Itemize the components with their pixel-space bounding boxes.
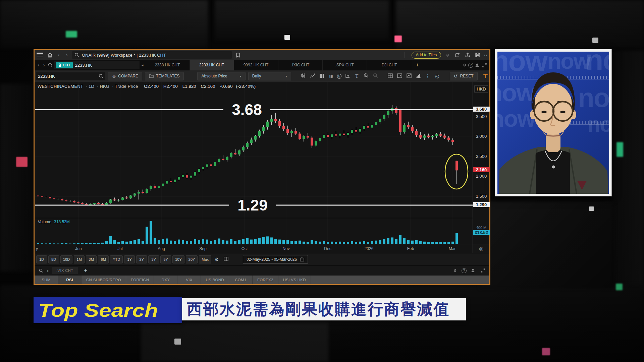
reset-button[interactable]: ↺ RESET — [450, 72, 478, 80]
upload-icon[interactable] — [464, 51, 471, 59]
compare-button[interactable]: ⊕ COMPARE — [108, 72, 142, 80]
range-5d[interactable]: 5D — [48, 255, 59, 263]
trend-line-icon[interactable] — [309, 73, 316, 79]
home-icon[interactable] — [46, 51, 53, 59]
add-study-button[interactable]: + — [80, 267, 90, 274]
symbol-search-input[interactable]: 2233.HK — [36, 72, 105, 80]
share-link-icon[interactable] — [451, 267, 459, 274]
date-range-picker[interactable]: 02-May-2025 - 05-Mar-2026 — [243, 255, 308, 264]
range-ytd[interactable]: YTD — [110, 255, 123, 263]
person-icon[interactable] — [473, 61, 481, 69]
zoom-in-icon[interactable] — [363, 73, 370, 79]
range-max[interactable]: Max — [199, 255, 211, 263]
expand-icon[interactable] — [479, 267, 487, 274]
text-tool-icon[interactable]: T — [354, 73, 360, 79]
tab-symbol-field[interactable]: CHT 2233.HK — [54, 61, 140, 69]
study-tab-dxy[interactable]: DXY — [154, 276, 177, 284]
link-icon[interactable] — [444, 51, 451, 59]
x-axis-label: Feb — [405, 246, 417, 251]
study-tab-com1[interactable]: COM1 — [229, 276, 253, 284]
record-icon[interactable]: ◎ — [434, 73, 440, 79]
chart-tab-2338[interactable]: 2338.HK CHT — [146, 60, 190, 70]
range-10y[interactable]: 10Y — [172, 255, 184, 263]
panel-toggle-icon[interactable] — [222, 256, 230, 262]
range-1m[interactable]: 1M — [74, 255, 85, 263]
chart-tab-ixic[interactable]: .IXIC CHT — [278, 60, 323, 70]
save-icon[interactable] — [474, 51, 481, 59]
search-icon[interactable] — [37, 267, 45, 274]
search-icon — [74, 52, 79, 58]
price-axis[interactable]: HKD 400 M 318.52 3.6803.5003.0002.5002.1… — [473, 82, 489, 244]
add-to-tiles-button[interactable]: Add to Tiles — [412, 52, 441, 59]
chart-tab-9992[interactable]: 9992.HK CHT — [234, 60, 278, 70]
study-tab-foreign[interactable]: FOREIGN — [126, 276, 154, 284]
linked-channel-badge[interactable]: CHT — [56, 62, 73, 68]
person-icon[interactable] — [469, 267, 477, 274]
study-tab-cn-shibor[interactable]: CN SHIBOR/REPO — [82, 276, 126, 284]
tab-overflow-icon[interactable]: ◂ — [140, 63, 146, 67]
add-panel-icon[interactable] — [396, 73, 403, 79]
volume-plot-svg[interactable] — [35, 218, 473, 244]
range-20y[interactable]: 20Y — [186, 255, 198, 263]
interval-dropdown[interactable]: Daily ▾ — [248, 72, 291, 80]
expand-icon[interactable] — [481, 61, 488, 69]
study-tab-hsi-hkd[interactable]: HSI VS HKD — [278, 276, 311, 284]
help-icon[interactable]: ? — [462, 268, 467, 273]
price-plot-svg[interactable]: 3.681.29 — [35, 82, 473, 218]
chart-tab-spx[interactable]: .SPX CHT — [323, 60, 367, 70]
forward-arrow-icon[interactable]: › — [64, 52, 69, 58]
study-tab-forex2[interactable]: FOREX2 — [253, 276, 278, 284]
annotation-flag-icon[interactable]: ⊤ — [483, 73, 488, 80]
range-2y[interactable]: 2Y — [136, 255, 147, 263]
range-5y[interactable]: 5Y — [160, 255, 171, 263]
help-icon[interactable]: ? — [468, 63, 473, 68]
snapshot-icon[interactable] — [406, 73, 413, 79]
time-axis[interactable]: yJunJulAugSepOctNovDec2026FebMar — [35, 244, 473, 253]
bookmark-icon[interactable] — [234, 51, 242, 59]
x-axis-label: Jul — [114, 246, 126, 251]
study-tab-usbond[interactable]: US BOND — [201, 276, 229, 284]
x-axis-label: Oct — [238, 246, 251, 251]
study-tab-rsi[interactable]: RSI — [58, 276, 82, 284]
search-icon[interactable] — [47, 61, 54, 69]
chart-tab-2233-active[interactable]: 2233.HK CHT — [190, 60, 234, 70]
ohlc-close: C2.160 — [198, 84, 215, 89]
add-tab-button[interactable]: + — [411, 62, 424, 68]
zoom-out-icon[interactable] — [372, 73, 379, 79]
price-mode-dropdown[interactable]: Absolute Price ▾ — [197, 72, 245, 80]
bar-grid-icon[interactable] — [319, 73, 325, 79]
events-icon[interactable]: E — [337, 74, 341, 79]
kebab-menu-icon[interactable]: ⋮ — [424, 73, 431, 79]
broadcast-frame: ‹ › ONAIR (9999) Workspace * | 2233.HK C… — [0, 0, 644, 362]
share-link-icon[interactable] — [461, 61, 468, 69]
crosshair-target-icon[interactable]: ◎ — [479, 246, 483, 252]
grid-layout-icon[interactable] — [387, 73, 394, 79]
range-3m[interactable]: 3M — [86, 255, 97, 263]
study-tab-vix[interactable]: .VIX CHT — [52, 267, 78, 274]
study-tab-vix[interactable]: VIX — [177, 276, 201, 284]
price-badge: 1.290 — [473, 202, 490, 207]
indicators-icon[interactable]: ≋ — [328, 73, 335, 79]
range-3y[interactable]: 3Y — [148, 255, 159, 263]
hamburger-menu-icon[interactable] — [37, 53, 43, 57]
scroll-right-icon[interactable]: › — [41, 62, 47, 68]
caret-right-icon[interactable]: ▸ — [47, 269, 49, 273]
range-10d[interactable]: 10D — [60, 255, 72, 263]
x-axis-label: Sep — [197, 246, 209, 251]
candlestick-style-icon[interactable] — [300, 73, 307, 79]
new-tile-icon[interactable] — [454, 51, 461, 59]
back-arrow-icon[interactable]: ‹ — [56, 52, 61, 58]
range-1y[interactable]: 1Y — [124, 255, 135, 263]
workspace-search-field[interactable]: ONAIR (9999) Workspace * | 2233.HK CHT — [72, 51, 232, 59]
axis-tool-icon[interactable] — [344, 73, 351, 79]
study-tab-sum[interactable]: SUM — [35, 276, 58, 284]
gear-icon[interactable]: ⚙ — [213, 257, 221, 262]
range-1d[interactable]: 1D — [36, 255, 47, 263]
more-options-icon[interactable]: •• — [484, 53, 487, 57]
range-6m[interactable]: 6M — [98, 255, 109, 263]
templates-button[interactable]: TEMPLATES — [145, 72, 183, 80]
histogram-icon[interactable] — [415, 73, 422, 79]
chart-tab-dji[interactable]: .DJI CHT — [367, 60, 411, 70]
y-axis-tick: 2.000 — [473, 174, 490, 179]
scroll-left-icon[interactable]: ‹ — [36, 62, 41, 68]
